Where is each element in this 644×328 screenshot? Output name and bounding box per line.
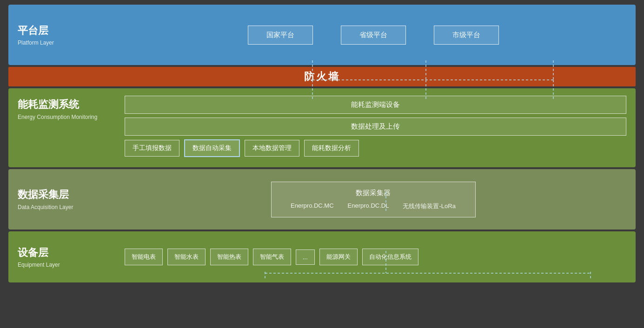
energy-label: 能耗监测系统 Energy Consumption Monitoring [18,96,120,121]
local-data-box: 本地数据管理 [245,140,299,157]
platform-layer: 平台层 Platform Layer 国家平台 省级平台 市级平台 [8,5,636,65]
equip-box-0: 智能电表 [125,249,163,265]
acquisition-title-en: Data Acquisition Layer [18,203,101,211]
guojia-box: 国家平台 [248,26,313,45]
equipment-layer: 设备层 Equipment Layer 智能电表 智能水表 智能热表 智能气表 … [8,231,636,282]
energy-title-en: Energy Consumption Monitoring [18,113,101,121]
energy-analysis-box: 能耗数据分析 [304,140,359,157]
collector-item-1: Enerpro.DC.DL [348,202,389,210]
energy-content: 能耗监测端设备 数据处理及上传 手工填报数据 数据自动采集 本地数据管理 能耗数… [120,96,626,157]
shiji-box: 市级平台 [434,26,499,45]
monitoring-device-box: 能耗监测端设备 [125,96,626,114]
acquisition-content: 数据采集器 Enerpro.DC.MC Enerpro.DC.DL 无线传输装置… [120,182,626,217]
auto-collect-box: 数据自动采集 [184,139,240,157]
equip-box-4: ... [296,249,315,265]
data-process-box: 数据处理及上传 [125,118,626,136]
collector-item-0: Enerpro.DC.MC [291,202,333,210]
firewall-text: 防火墙 [304,70,340,84]
collector-sub: Enerpro.DC.MC Enerpro.DC.DL 无线传输装置-LoRa [285,202,461,210]
collector-box: 数据采集器 Enerpro.DC.MC Enerpro.DC.DL 无线传输装置… [271,182,476,217]
collector-title: 数据采集器 [285,189,461,197]
equipment-label: 设备层 Equipment Layer [18,246,120,268]
architecture-diagram: 平台层 Platform Layer 国家平台 省级平台 市级平台 防火墙 能耗… [0,0,644,328]
firewall-layer: 防火墙 [8,67,636,86]
shengji-box: 省级平台 [341,26,406,45]
equip-box-1: 智能水表 [167,249,206,265]
acquisition-layer: 数据采集层 Data Acquisition Layer 数据采集器 Enerp… [8,169,636,230]
equipment-content: 智能电表 智能水表 智能热表 智能气表 ... 能源网关 自动化信息系统 [120,249,626,265]
equipment-title-en: Equipment Layer [18,262,120,268]
acquisition-label: 数据采集层 Data Acquisition Layer [18,188,120,211]
equip-box-3: 智能气表 [253,249,291,265]
platform-title-zh: 平台层 [18,24,120,38]
equip-box-5: 能源网关 [319,249,358,265]
equip-box-6: 自动化信息系统 [362,249,418,265]
platform-content: 国家平台 省级平台 市级平台 [120,26,626,45]
energy-row3: 手工填报数据 数据自动采集 本地数据管理 能耗数据分析 [125,139,626,157]
equipment-title-zh: 设备层 [18,246,120,260]
equip-box-2: 智能热表 [210,249,248,265]
platform-title-en: Platform Layer [18,39,120,46]
collector-item-2: 无线传输装置-LoRa [403,202,455,210]
manual-report-box: 手工填报数据 [125,140,179,157]
energy-layer: 能耗监测系统 Energy Consumption Monitoring 能耗监… [8,88,636,167]
energy-title-zh: 能耗监测系统 [18,98,120,112]
acquisition-title-zh: 数据采集层 [18,188,120,202]
platform-label: 平台层 Platform Layer [18,24,120,46]
